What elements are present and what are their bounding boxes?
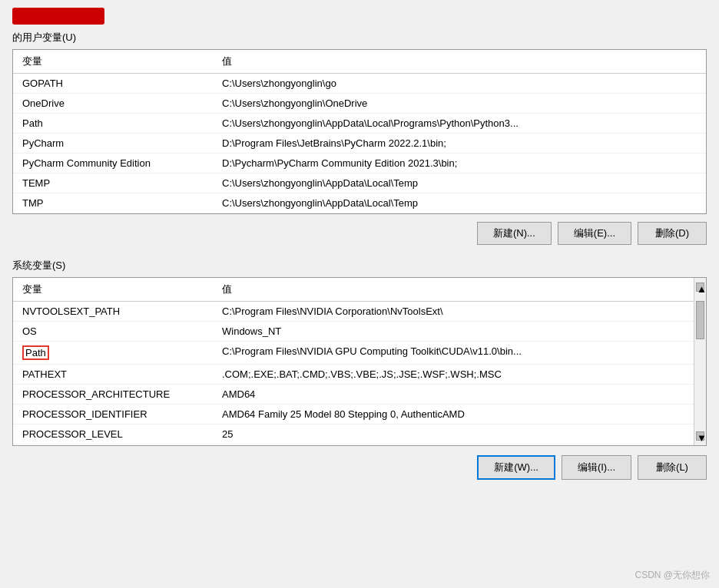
user-new-button[interactable]: 新建(N)...: [477, 222, 552, 245]
user-vars-header: 变量 值: [13, 50, 706, 74]
table-row[interactable]: PROCESSOR_REVISION 5000: [13, 444, 694, 446]
table-row[interactable]: PyCharm D:\Program Files\JetBrains\PyCha…: [13, 134, 706, 154]
sys-vars-section-title: 系统变量(S): [12, 259, 707, 273]
sys-vars-col-value: 值: [219, 281, 688, 298]
var-value: Windows_NT: [219, 324, 688, 339]
var-name: PROCESSOR_LEVEL: [19, 427, 219, 441]
var-value: C:\Users\zhongyonglin\go: [219, 76, 700, 91]
var-name: PROCESSOR_IDENTIFIER: [19, 407, 219, 421]
var-name-path: Path: [19, 344, 219, 362]
table-row[interactable]: PROCESSOR_IDENTIFIER AMD64 Family 25 Mod…: [13, 405, 694, 424]
table-row[interactable]: PROCESSOR_ARCHITECTURE AMD64: [13, 385, 694, 405]
var-value: D:\Pycharm\PyCharm Community Edition 202…: [219, 156, 700, 170]
table-row[interactable]: OneDrive C:\Users\zhongyonglin\OneDrive: [13, 94, 706, 114]
user-delete-button[interactable]: 删除(D): [638, 222, 707, 245]
scrollbar-up-arrow[interactable]: ▲: [696, 282, 704, 292]
table-row[interactable]: PATHEXT .COM;.EXE;.BAT;.CMD;.VBS;.VBE;.J…: [13, 365, 694, 385]
sys-vars-section: 系统变量(S) 变量 值 NVTOOLSEXT_PATH C:\Program …: [12, 259, 707, 446]
table-row[interactable]: TEMP C:\Users\zhongyonglin\AppData\Local…: [13, 173, 706, 193]
var-name: PyCharm: [19, 136, 219, 150]
var-value: AMD64: [219, 387, 688, 401]
var-value: C:\Users\zhongyonglin\AppData\Local\Temp: [219, 176, 700, 190]
sys-vars-table: 变量 值 NVTOOLSEXT_PATH C:\Program Files\NV…: [12, 277, 707, 446]
sys-edit-button[interactable]: 编辑(I)...: [562, 455, 631, 480]
var-value: .COM;.EXE;.BAT;.CMD;.VBS;.VBE;.JS;.JSE;.…: [219, 367, 688, 382]
var-name: Path: [19, 116, 219, 130]
var-name: TEMP: [19, 176, 219, 190]
table-row[interactable]: Path C:\Users\zhongyonglin\AppData\Local…: [13, 114, 706, 134]
sys-vars-table-inner: 变量 值 NVTOOLSEXT_PATH C:\Program Files\NV…: [13, 278, 694, 446]
var-name: NVTOOLSEXT_PATH: [19, 304, 219, 319]
var-name: GOPATH: [19, 76, 219, 91]
table-row[interactable]: OS Windows_NT: [13, 322, 694, 342]
user-vars-title-label: 的用户变量(U): [12, 31, 76, 45]
var-name: OneDrive: [19, 96, 219, 111]
user-vars-table: 变量 值 GOPATH C:\Users\zhongyonglin\go One…: [12, 49, 707, 214]
var-value: AMD64 Family 25 Model 80 Stepping 0, Aut…: [219, 407, 688, 421]
var-value: 25: [219, 427, 688, 441]
table-row-path[interactable]: Path C:\Program Files\NVIDIA GPU Computi…: [13, 342, 694, 365]
var-name: OS: [19, 324, 219, 339]
var-name: PyCharm Community Edition: [19, 156, 219, 170]
user-vars-col-name: 变量: [19, 53, 219, 70]
table-row[interactable]: PyCharm Community Edition D:\Pycharm\PyC…: [13, 154, 706, 173]
table-row[interactable]: PROCESSOR_LEVEL 25: [13, 424, 694, 444]
var-value: C:\Users\zhongyonglin\AppData\Local\Temp: [219, 196, 700, 210]
var-name: PATHEXT: [19, 367, 219, 382]
sys-vars-title-label: 系统变量(S): [12, 259, 65, 271]
environment-variables-dialog: 的用户变量(U) 变量 值 GOPATH C:\Users\zhongyongl…: [0, 0, 719, 588]
var-value: C:\Users\zhongyonglin\OneDrive: [219, 96, 700, 111]
user-vars-section-title: 的用户变量(U): [12, 31, 707, 45]
var-value-path: C:\Program Files\NVIDIA GPU Computing To…: [219, 344, 688, 362]
user-vars-buttons: 新建(N)... 编辑(E)... 删除(D): [12, 222, 707, 245]
scrollbar[interactable]: ▲ ▼: [694, 278, 706, 445]
var-value: C:\Program Files\NVIDIA Corporation\NvTo…: [219, 304, 688, 319]
sys-new-button[interactable]: 新建(W)...: [477, 455, 555, 480]
table-row[interactable]: TMP C:\Users\zhongyonglin\AppData\Local\…: [13, 193, 706, 213]
scrollbar-thumb[interactable]: [696, 301, 704, 339]
var-value: C:\Users\zhongyonglin\AppData\Local\Prog…: [219, 116, 700, 130]
user-edit-button[interactable]: 编辑(E)...: [558, 222, 631, 245]
sys-vars-buttons: 新建(W)... 编辑(I)... 删除(L): [12, 455, 707, 480]
title-bar: [12, 8, 104, 25]
table-row[interactable]: GOPATH C:\Users\zhongyonglin\go: [13, 74, 706, 94]
var-value: D:\Program Files\JetBrains\PyCharm 2022.…: [219, 136, 700, 150]
var-name: TMP: [19, 196, 219, 210]
var-name: PROCESSOR_ARCHITECTURE: [19, 387, 219, 401]
user-vars-col-value: 值: [219, 53, 700, 70]
sys-vars-col-name: 变量: [19, 281, 219, 298]
scrollbar-down-arrow[interactable]: ▼: [696, 431, 704, 441]
path-highlight-box: Path: [22, 345, 49, 360]
sys-delete-button[interactable]: 删除(L): [638, 455, 707, 480]
watermark: CSDN @无你想你: [635, 569, 710, 582]
sys-vars-header: 变量 值: [13, 278, 694, 302]
table-row[interactable]: NVTOOLSEXT_PATH C:\Program Files\NVIDIA …: [13, 302, 694, 322]
